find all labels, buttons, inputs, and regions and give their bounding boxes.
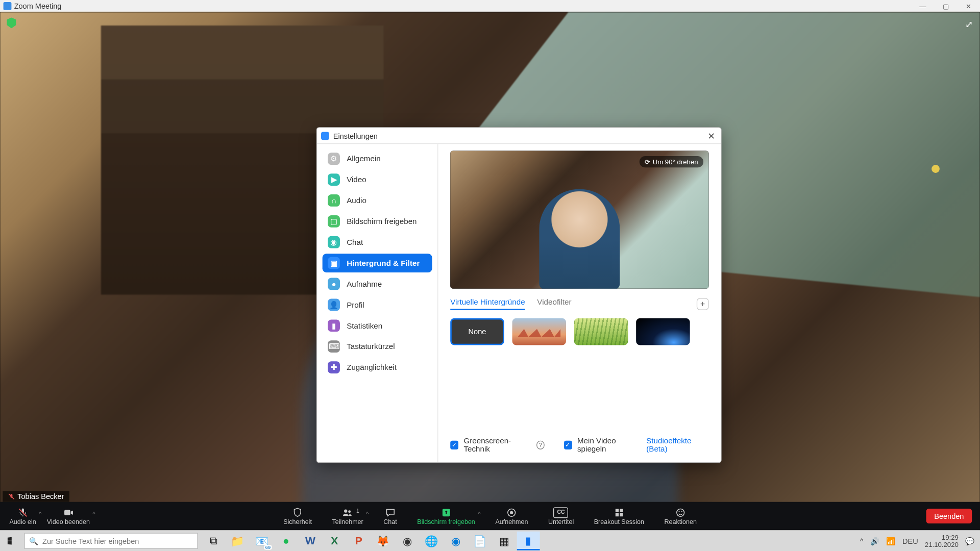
sidebar-item-background-filter[interactable]: ▣Hintergrund & Filter	[323, 254, 432, 272]
security-label: Sicherheit	[283, 518, 312, 525]
bg-option-space[interactable]	[636, 318, 690, 345]
tab-video-filters[interactable]: Videofilter	[537, 298, 571, 310]
svg-point-5	[510, 511, 513, 514]
camera-icon	[62, 507, 75, 518]
svg-point-11	[678, 511, 679, 512]
info-icon[interactable]: ?	[536, 440, 545, 449]
participants-button[interactable]: 1 Teilnehmer ^	[327, 507, 369, 525]
sidebar-item-audio[interactable]: ∩Audio	[323, 191, 432, 210]
sidebar-item-label: Video	[347, 176, 366, 184]
share-screen-button[interactable]: Bildschirm freigeben ^	[412, 507, 481, 525]
window-maximize-button[interactable]: ▢	[934, 0, 957, 12]
notepad-icon[interactable]: 📄	[469, 532, 492, 550]
background-icon: ▣	[328, 257, 340, 269]
window-close-button[interactable]: ✕	[957, 0, 980, 12]
language-indicator[interactable]: DEU	[902, 537, 918, 545]
svg-point-10	[677, 509, 684, 516]
notifications-icon[interactable]: 💬	[965, 537, 974, 545]
participants-label: Teilnehmer	[332, 518, 363, 525]
gear-icon: ⚙	[328, 153, 340, 165]
dialog-close-button[interactable]: ✕	[702, 128, 721, 143]
chevron-up-icon[interactable]: ^	[92, 511, 95, 517]
audio-button[interactable]: Audio ein ^	[4, 507, 41, 525]
chevron-up-icon[interactable]: ^	[366, 511, 369, 517]
obs-icon[interactable]: ◉	[396, 532, 419, 550]
record-label: Aufnehmen	[495, 518, 528, 525]
sidebar-item-recording[interactable]: ●Aufnahme	[323, 274, 432, 293]
video-label: Video beenden	[47, 518, 90, 525]
sidebar-item-label: Chat	[347, 238, 363, 246]
preview-person	[539, 189, 620, 289]
headset-icon: ∩	[328, 194, 340, 207]
window-title: Zoom Meeting	[14, 2, 62, 10]
sidebar-item-label: Audio	[347, 196, 366, 205]
app-icon[interactable]: ▦	[493, 532, 516, 550]
person-icon: 👤	[328, 299, 340, 311]
taskbar-search[interactable]: 🔍 Zur Suche Text hier eingeben	[24, 533, 198, 549]
search-placeholder: Zur Suche Text hier eingeben	[42, 537, 139, 545]
end-meeting-button[interactable]: Beenden	[926, 509, 972, 523]
sidebar-item-statistics[interactable]: ▮Statistiken	[323, 316, 432, 335]
sidebar-item-chat[interactable]: ◉Chat	[323, 233, 432, 252]
rotate-icon: ⟳	[645, 158, 650, 166]
tray-chevron-icon[interactable]: ^	[860, 537, 864, 545]
people-icon	[341, 507, 354, 518]
sidebar-item-shortcuts[interactable]: ⌨Tastaturkürzel	[323, 337, 432, 356]
mail-icon[interactable]: 📧	[251, 532, 274, 550]
zoom-taskbar-icon[interactable]: ▮	[517, 532, 540, 550]
sidebar-item-label: Aufnahme	[347, 280, 382, 288]
system-tray: ^ 🔊 📶 DEU 19:29 21.10.2020 💬	[860, 534, 980, 548]
sidebar-item-profile[interactable]: 👤Profil	[323, 295, 432, 314]
greenscreen-checkbox[interactable]: ✓	[450, 440, 458, 449]
sidebar-item-video[interactable]: ▶Video	[323, 170, 432, 189]
tray-clock[interactable]: 19:29 21.10.2020	[925, 534, 959, 548]
bg-option-bridge[interactable]	[512, 318, 566, 345]
sidebar-item-label: Statistiken	[347, 321, 382, 330]
chat-icon	[384, 507, 397, 518]
background-options-grid: None	[450, 318, 708, 345]
chat-bubble-icon: ◉	[328, 236, 340, 248]
breakout-button[interactable]: Breakout Session	[589, 507, 649, 525]
start-button[interactable]	[0, 531, 24, 551]
reactions-button[interactable]: Reaktionen	[659, 507, 702, 525]
window-minimize-button[interactable]: —	[912, 0, 935, 12]
mirror-checkbox[interactable]: ✓	[564, 440, 572, 449]
rotate-button[interactable]: ⟳ Um 90° drehen	[639, 156, 703, 167]
studio-effects-link[interactable]: Studioeffekte (Beta)	[646, 437, 708, 453]
sidebar-item-label: Profil	[347, 300, 364, 309]
bg-option-none[interactable]: None	[450, 318, 504, 345]
chevron-up-icon[interactable]: ^	[478, 511, 480, 517]
volume-icon[interactable]: 🔊	[870, 537, 879, 545]
greenscreen-label: Greenscreen-Technik	[463, 437, 531, 453]
video-button[interactable]: Video beenden ^	[41, 507, 95, 525]
svg-point-2	[349, 510, 351, 513]
sidebar-item-share[interactable]: ▢Bildschirm freigeben	[323, 212, 432, 231]
sidebar-item-general[interactable]: ⚙Allgemein	[323, 149, 432, 168]
svg-rect-7	[620, 509, 623, 512]
edge-icon[interactable]: ◉	[444, 532, 467, 550]
fullscreen-icon[interactable]: ⤢	[965, 19, 973, 30]
add-background-button[interactable]: +	[697, 298, 709, 310]
sidebar-item-accessibility[interactable]: ✚Zugänglichkeit	[323, 358, 432, 377]
record-button[interactable]: Aufnehmen	[490, 507, 533, 525]
smile-icon	[674, 507, 687, 518]
spotify-icon[interactable]: ●	[275, 532, 298, 550]
search-icon: 🔍	[29, 537, 38, 545]
shield-icon	[291, 507, 304, 518]
svg-rect-6	[615, 509, 618, 512]
svg-rect-9	[620, 513, 623, 516]
explorer-icon[interactable]: 📁	[226, 532, 249, 550]
chat-button[interactable]: Chat	[378, 507, 403, 525]
firefox-icon[interactable]: 🦊	[372, 532, 395, 550]
excel-icon[interactable]: X	[323, 532, 346, 550]
wifi-icon[interactable]: 📶	[886, 537, 895, 545]
task-view-icon[interactable]: ⧉	[202, 532, 225, 550]
cc-button[interactable]: CC Untertitel	[543, 507, 579, 525]
share-square-icon: ▢	[328, 215, 340, 228]
chrome-icon[interactable]: 🌐	[420, 532, 443, 550]
powerpoint-icon[interactable]: P	[347, 532, 370, 550]
tab-virtual-backgrounds[interactable]: Virtuelle Hintergründe	[450, 298, 525, 310]
word-icon[interactable]: W	[299, 532, 322, 550]
bg-option-grass[interactable]	[574, 318, 628, 345]
security-button[interactable]: Sicherheit	[278, 507, 317, 525]
